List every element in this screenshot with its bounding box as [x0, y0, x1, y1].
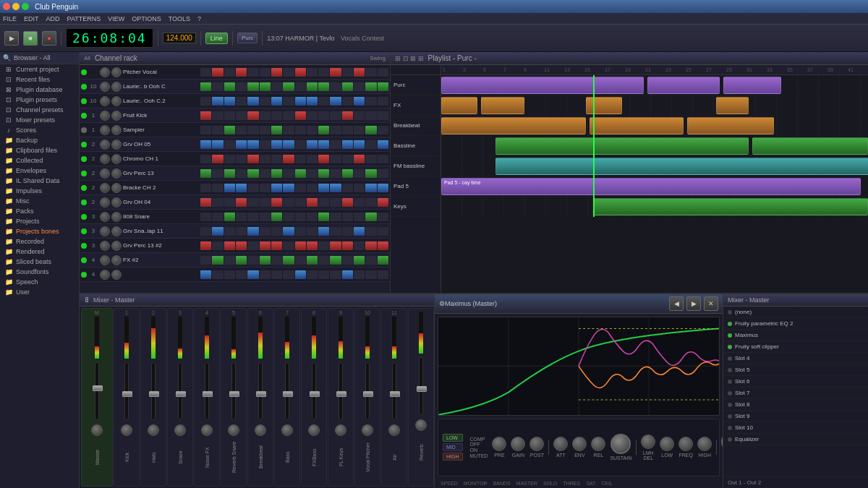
playlist-block[interactable]	[441, 77, 644, 94]
menu-help[interactable]: ?	[197, 15, 201, 22]
ch-pad[interactable]	[200, 213, 211, 221]
maximize-button[interactable]	[22, 3, 29, 10]
ch-pad[interactable]	[295, 270, 306, 279]
channel-volume-knob[interactable]	[100, 154, 110, 164]
playlist-block[interactable]	[752, 137, 868, 155]
ch-pad[interactable]	[365, 155, 376, 163]
ch-pad[interactable]	[318, 126, 329, 134]
ch-pad[interactable]	[318, 155, 329, 163]
channel-led[interactable]	[81, 98, 87, 104]
ch-pad[interactable]	[200, 241, 211, 250]
bpm-display[interactable]: 124.000	[163, 33, 196, 43]
ch-pad[interactable]	[224, 155, 235, 163]
ch-pad[interactable]	[295, 184, 306, 192]
ch-pad[interactable]	[318, 68, 329, 77]
channel-led[interactable]	[81, 113, 87, 119]
channel-led[interactable]	[81, 228, 87, 234]
ch-pad[interactable]	[260, 184, 271, 192]
track-label[interactable]: Purc	[391, 75, 441, 95]
track-label[interactable]: FX	[391, 95, 441, 116]
channel-volume-knob[interactable]	[100, 183, 110, 193]
ch-pad[interactable]	[283, 184, 294, 192]
ch-pad[interactable]	[247, 227, 258, 236]
ch-pad[interactable]	[295, 169, 306, 178]
ch-pad[interactable]	[236, 68, 247, 77]
ch-pad[interactable]	[247, 169, 258, 178]
ch-pad[interactable]	[378, 68, 388, 77]
channel-pan-knob[interactable]	[111, 67, 122, 77]
line-mode-button[interactable]: Line	[205, 33, 228, 44]
playlist-block[interactable]: Pad 5 - cay time	[441, 178, 861, 195]
sidebar-item-current-project[interactable]: ⊞Current project	[0, 64, 79, 74]
channel-volume-knob[interactable]	[100, 111, 110, 121]
fx-slot-10[interactable]: Slot 10	[723, 422, 868, 434]
att-knob[interactable]	[553, 437, 568, 451]
sidebar-item-plugin-presets[interactable]: ⊡Plugin presets	[0, 95, 79, 105]
sidebar-item-impulses[interactable]: 📁Impulses	[0, 186, 79, 196]
channel-led[interactable]	[81, 142, 87, 147]
sidebar-item-sliced-beats[interactable]: 📁Sliced beats	[0, 257, 79, 267]
maximus-next[interactable]: ▶	[686, 296, 701, 311]
playlist-block[interactable]	[586, 97, 622, 114]
ch-pad[interactable]	[283, 241, 294, 250]
mixer-fader[interactable]	[336, 391, 346, 397]
sidebar-item-speech[interactable]: 📁Speech	[0, 277, 79, 287]
ch-pad[interactable]	[378, 213, 388, 221]
menu-add[interactable]: ADD	[46, 15, 60, 22]
channel-led[interactable]	[81, 171, 87, 176]
mixer-pan-knob[interactable]	[335, 424, 346, 436]
sidebar-item-clipboard-files[interactable]: 📁Clipboard files	[0, 145, 79, 155]
ch-pad[interactable]	[378, 270, 388, 279]
menu-edit[interactable]: EDIT	[24, 15, 39, 22]
ch-pad[interactable]	[307, 241, 318, 250]
sidebar-item-channel-presets[interactable]: ⊡Channel presets	[0, 105, 79, 115]
ch-pad[interactable]	[224, 227, 235, 236]
ch-pad[interactable]	[260, 97, 271, 106]
ch-pad[interactable]	[307, 126, 318, 134]
low-band-button[interactable]: LOW	[443, 434, 463, 442]
ch-pad[interactable]	[271, 270, 282, 279]
ch-pad[interactable]	[283, 198, 294, 207]
ch-pad[interactable]	[365, 213, 376, 221]
track-label[interactable]: Bassline	[391, 136, 441, 156]
fx-slot-6[interactable]: Slot 6	[723, 376, 868, 388]
fx-slot-11[interactable]: Equalizer	[723, 434, 868, 445]
ch-pad[interactable]	[212, 213, 223, 221]
high-band-button[interactable]: HIGH	[443, 453, 463, 461]
post-knob[interactable]	[529, 437, 544, 451]
ch-pad[interactable]	[330, 184, 341, 192]
record-button[interactable]: ●	[42, 31, 56, 46]
channel-led[interactable]	[81, 257, 87, 263]
ch-pad[interactable]	[307, 68, 318, 77]
low-freq-knob[interactable]	[660, 437, 674, 451]
ch-pad[interactable]	[200, 155, 211, 163]
channel-led[interactable]	[81, 185, 87, 191]
ch-pad[interactable]	[247, 126, 258, 134]
ch-pad[interactable]	[318, 241, 329, 250]
ch-pad[interactable]	[247, 140, 258, 149]
ch-pad[interactable]	[307, 169, 318, 178]
ch-pad[interactable]	[236, 270, 247, 279]
sidebar-item-scores[interactable]: ♪Scores	[0, 125, 79, 135]
channel-volume-knob[interactable]	[100, 168, 110, 179]
mixer-fader[interactable]	[390, 391, 400, 397]
mixer-fader[interactable]	[93, 385, 103, 391]
ch-pad[interactable]	[342, 241, 353, 250]
ch-pad[interactable]	[307, 213, 318, 221]
ch-pad[interactable]	[224, 169, 235, 178]
ch-pad[interactable]	[260, 169, 271, 178]
menu-options[interactable]: OPTIONS	[132, 15, 161, 22]
mixer-fader[interactable]	[363, 391, 373, 397]
song-name-button[interactable]: Purc	[237, 33, 258, 43]
ch-pad[interactable]	[283, 68, 294, 77]
ch-pad[interactable]	[354, 198, 365, 207]
menu-tools[interactable]: TOOLS	[169, 15, 190, 22]
menu-file[interactable]: FILE	[3, 15, 17, 22]
ch-pad[interactable]	[342, 227, 353, 236]
ch-pad[interactable]	[307, 256, 318, 265]
ch-pad[interactable]	[330, 111, 341, 120]
ch-pad[interactable]	[354, 169, 365, 178]
mixer-fader[interactable]	[417, 386, 427, 392]
ch-pad[interactable]	[283, 227, 294, 236]
ch-pad[interactable]	[260, 82, 271, 91]
